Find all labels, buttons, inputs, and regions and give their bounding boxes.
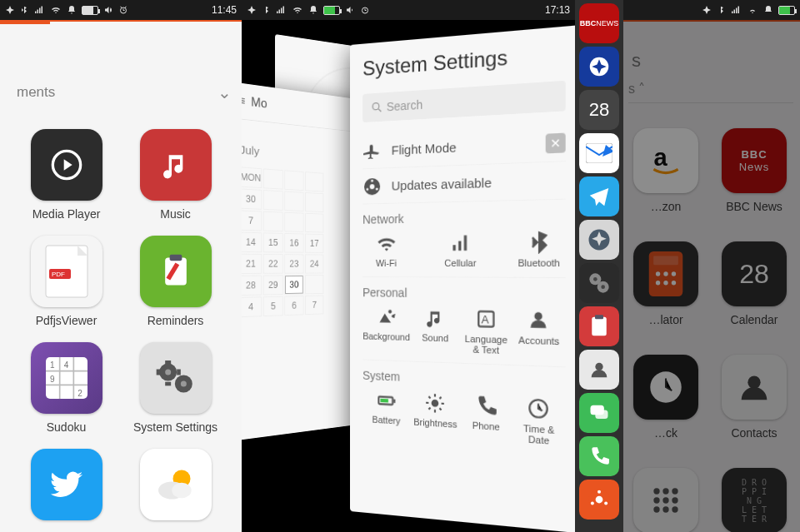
- app-music[interactable]: Music: [132, 129, 218, 221]
- app-calculator[interactable]: …lator: [632, 241, 700, 326]
- dropping-letters-icon: D R OP P IN GL E TT E R: [722, 468, 787, 532]
- svg-point-43: [672, 271, 676, 276]
- app-label: …ck: [654, 426, 678, 440]
- launcher-webbrowser[interactable]: [579, 220, 619, 260]
- svg-rect-40: [653, 256, 678, 265]
- svg-point-32: [535, 312, 542, 320]
- svg-text:2: 2: [78, 389, 82, 398]
- launcher-telegram[interactable]: [579, 177, 619, 216]
- svg-rect-6: [169, 255, 182, 261]
- alarm-icon: [360, 5, 370, 15]
- launcher-dialer[interactable]: [579, 436, 619, 476]
- launcher-browser[interactable]: [579, 47, 619, 87]
- close-icon[interactable]: ✕: [546, 132, 566, 153]
- bbc-icon: BBCNews: [722, 128, 787, 193]
- setting-wifi[interactable]: Wi-Fi: [364, 232, 408, 268]
- status-clock: 11:45: [212, 4, 237, 16]
- svg-point-48: [748, 376, 760, 389]
- svg-point-56: [662, 507, 668, 513]
- launcher-contacts[interactable]: [579, 350, 619, 390]
- svg-rect-34: [393, 400, 395, 404]
- launcher: BBCNEWS 28: [575, 0, 623, 532]
- app-label: PdfjsViewer: [36, 314, 98, 327]
- svg-rect-18: [156, 370, 160, 375]
- bell-icon: [67, 5, 77, 15]
- twitter-icon: [31, 449, 102, 520]
- launcher-home[interactable]: [579, 480, 619, 520]
- chevron-down-icon: ⌄: [218, 82, 232, 102]
- clock-icon: [633, 355, 698, 420]
- app-media-player[interactable]: Media Player: [23, 129, 109, 221]
- setting-accounts[interactable]: Accounts: [514, 308, 564, 358]
- bell-icon: [308, 5, 318, 15]
- amazon-icon: a: [633, 128, 698, 193]
- svg-point-71: [596, 496, 603, 504]
- app-label: System Settings: [133, 420, 218, 434]
- app-weather[interactable]: [132, 449, 218, 527]
- app-reminders[interactable]: Reminders: [132, 236, 218, 327]
- app-amazon[interactable]: a …zon: [632, 128, 700, 213]
- bell-icon: [763, 5, 773, 15]
- location-icon: [702, 5, 712, 15]
- setting-time[interactable]: Time & Date: [514, 396, 564, 448]
- app-label: Music: [160, 207, 191, 221]
- setting-background[interactable]: Background: [364, 306, 408, 352]
- location-icon: [247, 5, 257, 15]
- pdf-icon: PDF: [31, 236, 102, 307]
- svg-point-13: [165, 370, 171, 375]
- setting-phone[interactable]: Phone: [462, 394, 510, 444]
- setting-cellular[interactable]: Cellular: [437, 231, 483, 268]
- app-label: Media Player: [32, 207, 101, 221]
- svg-point-45: [663, 281, 668, 285]
- app-label: …zon: [651, 200, 682, 213]
- alarm-icon: [118, 5, 128, 15]
- setting-bluetooth[interactable]: Bluetooth: [514, 231, 564, 269]
- svg-rect-5: [165, 258, 187, 286]
- section-header[interactable]: ments ⌄: [0, 74, 242, 112]
- setting-sound[interactable]: Sound: [412, 306, 458, 354]
- svg-text:4: 4: [63, 361, 68, 370]
- reminders-icon: [140, 236, 212, 307]
- switcher-card-settings[interactable]: System Settings Search Flight Mode ✕ Upd…: [350, 25, 575, 532]
- app-pdfjsviewer[interactable]: PDF PdfjsViewer: [23, 236, 109, 327]
- search-input[interactable]: Search: [362, 81, 566, 122]
- setting-battery[interactable]: Battery: [364, 389, 408, 437]
- app-dropping-letters[interactable]: D R OP P IN GL E TT E R Dropping Letters: [720, 468, 788, 532]
- sudoku-icon: 1492: [31, 342, 102, 414]
- app-clock[interactable]: …ck: [632, 355, 700, 440]
- launcher-messaging[interactable]: [579, 393, 619, 433]
- panel-launcher-overlay: s s ˄ a …zon BBCNews BBC News …lator 28 …: [575, 0, 800, 532]
- svg-point-52: [653, 498, 659, 504]
- updates-icon: [362, 176, 382, 196]
- volume-icon: [103, 5, 113, 15]
- setting-updates[interactable]: Updates available: [362, 162, 566, 204]
- system-row: Battery Brightness Phone Time & Date: [362, 387, 566, 456]
- app-sudoku[interactable]: 1492 Sudoku: [23, 342, 109, 434]
- search-placeholder: Search: [387, 97, 422, 113]
- app-bbc-news[interactable]: BBCNews BBC News: [720, 128, 788, 213]
- setting-brightness[interactable]: Brightness: [412, 391, 458, 440]
- svg-point-49: [653, 489, 659, 495]
- system-settings-icon: [140, 342, 212, 414]
- app-system-settings[interactable]: System Settings: [132, 342, 218, 434]
- setting-language[interactable]: ALanguage & Text: [462, 307, 510, 355]
- calculator-icon: [633, 241, 698, 306]
- app-dialer[interactable]: …ler: [632, 468, 700, 532]
- svg-point-67: [595, 363, 602, 370]
- network-row: Wi-Fi Cellular Bluetooth: [362, 228, 566, 278]
- app-label: Reminders: [148, 314, 204, 327]
- section-header[interactable]: s ˄: [628, 75, 793, 103]
- svg-point-73: [604, 501, 608, 505]
- launcher-media[interactable]: [579, 263, 619, 303]
- app-twitter[interactable]: [23, 449, 109, 527]
- launcher-calendar[interactable]: 28: [579, 90, 619, 130]
- launcher-bbc[interactable]: BBCNEWS: [579, 3, 619, 43]
- section-title: ments: [17, 84, 55, 101]
- bluetooth-icon: [262, 5, 270, 15]
- launcher-mail[interactable]: [579, 133, 619, 173]
- launcher-reminders[interactable]: [579, 306, 619, 346]
- svg-point-72: [598, 490, 601, 494]
- music-icon: [140, 129, 212, 201]
- app-contacts[interactable]: Contacts: [720, 355, 788, 440]
- app-calendar[interactable]: 28 Calendar: [720, 241, 788, 326]
